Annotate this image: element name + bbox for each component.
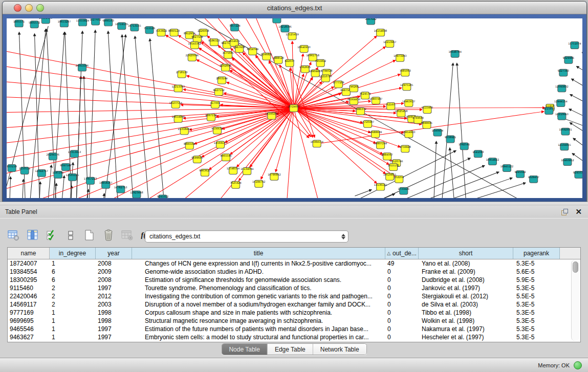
table-row[interactable]: 977716911998Corpus callosum shape and si… — [8, 309, 580, 317]
black-edge[interactable] — [62, 176, 64, 198]
black-edge[interactable] — [48, 165, 51, 198]
column-visibility-icon[interactable] — [26, 229, 39, 242]
black-edge[interactable] — [7, 26, 48, 186]
column-header-year[interactable]: year — [96, 248, 132, 259]
black-edge[interactable] — [434, 141, 437, 198]
black-edge[interactable] — [573, 138, 582, 150]
table-vertical-scrollbar[interactable] — [571, 260, 579, 341]
table-row[interactable]: 911546021997Tourette syndrome. Phenomeno… — [8, 284, 580, 292]
table-cell: 5.3E-5 — [513, 309, 560, 317]
column-header-short[interactable]: short — [419, 248, 513, 259]
table-cell: 2 — [50, 300, 96, 309]
node-label: 10807487 — [369, 97, 382, 100]
node-label: 7485063 — [400, 69, 411, 72]
black-edge[interactable] — [442, 63, 453, 198]
node-label: 3175685 — [222, 51, 233, 54]
close-panel-icon[interactable]: ✕ — [575, 208, 582, 215]
table-row[interactable]: 1938455462009Genome-wide association stu… — [8, 268, 580, 276]
table-row[interactable]: 1872400712008Changes of HCN gene express… — [8, 259, 580, 268]
red-edge[interactable] — [7, 108, 294, 143]
node-label: 9227343 — [558, 69, 569, 72]
network-node-teal[interactable] — [273, 18, 281, 23]
node-label: 12125419 — [286, 33, 298, 36]
table-row[interactable]: 1830029562008Estimation of significance … — [8, 276, 580, 284]
node-label: 16713155 — [128, 24, 141, 27]
red-edge[interactable] — [287, 108, 294, 199]
float-window-icon[interactable] — [561, 209, 568, 215]
zoom-window-icon[interactable] — [36, 4, 44, 12]
red-edge[interactable] — [7, 108, 294, 189]
black-edge[interactable] — [39, 182, 40, 198]
red-edge[interactable] — [148, 108, 294, 199]
node-label: 11033824 — [76, 19, 89, 22]
table-settings-icon[interactable] — [7, 229, 20, 242]
rows-icon[interactable] — [64, 229, 77, 242]
window-titlebar[interactable]: citations_edges.txt — [3, 2, 586, 14]
black-edge[interactable] — [23, 179, 24, 198]
column-header-in-degree[interactable]: in_degree — [50, 248, 96, 259]
black-edge[interactable] — [76, 76, 81, 198]
delete-rows-icon[interactable] — [102, 229, 115, 242]
panel-splitter[interactable]: ▴ — [0, 202, 588, 206]
column-header-out-degree[interactable]: △out_de... — [385, 248, 419, 259]
black-edge[interactable] — [570, 94, 582, 104]
row-selection-icon[interactable] — [45, 229, 58, 242]
table-row[interactable]: 946362711997Embryonic stem cells: a mode… — [8, 333, 580, 341]
black-edge[interactable] — [576, 66, 582, 74]
black-edge[interactable] — [569, 109, 582, 119]
black-edge[interactable] — [451, 178, 512, 198]
node-label: 8454749 — [247, 48, 258, 51]
tab-node-table[interactable]: Node Table — [222, 344, 268, 355]
column-header-name[interactable]: name — [8, 248, 50, 259]
scrollbar-thumb[interactable] — [573, 261, 578, 273]
network-canvas[interactable]: 1212541918640910169617587955812136261519… — [7, 18, 582, 198]
table-row[interactable]: 946554611997Estimation of the future num… — [8, 325, 580, 333]
red-edge[interactable] — [261, 108, 294, 180]
table-row[interactable]: 1456911722003Disruption of a novel membe… — [8, 300, 580, 309]
table-selector-value: citations_edges.txt — [149, 233, 339, 240]
black-edge[interactable] — [90, 30, 96, 198]
node-label: 16194742 — [252, 180, 265, 183]
close-window-icon[interactable] — [14, 4, 21, 12]
column-header-filler — [560, 248, 580, 259]
tab-edge-table[interactable]: Edge Table — [268, 344, 313, 355]
tab-network-table[interactable]: Network Table — [313, 344, 366, 355]
black-edge[interactable] — [65, 32, 72, 198]
black-edge[interactable] — [104, 193, 104, 198]
minimize-window-icon[interactable] — [25, 4, 33, 12]
red-edge[interactable] — [294, 108, 318, 199]
node-label: 9267110 — [205, 114, 216, 117]
black-edge[interactable] — [105, 35, 126, 198]
table-row[interactable]: 2242004622012Investigating the contribut… — [8, 292, 580, 300]
table-cell: Changes of HCN gene expression and I(f) … — [132, 259, 385, 268]
table-cell: Genome-wide association studies in ADHD. — [132, 268, 385, 276]
red-edge[interactable] — [294, 108, 404, 133]
red-edge[interactable] — [7, 108, 294, 158]
node-label: 12104955 — [558, 143, 571, 146]
node-label: 10973493 — [394, 54, 406, 57]
table-selector-dropdown[interactable]: citations_edges.txt — [145, 230, 349, 243]
memory-ok-indicator-icon[interactable] — [574, 361, 582, 369]
new-table-icon[interactable] — [83, 229, 96, 242]
node-label: 15720407 — [361, 120, 374, 123]
table-panel-header: Table Panel ✕ — [0, 206, 588, 218]
node-label: 2967608 — [233, 46, 245, 49]
table-row[interactable]: 969969511998Structural magnetic resonanc… — [8, 317, 580, 325]
red-edge[interactable] — [294, 108, 545, 108]
black-edge[interactable] — [122, 35, 133, 198]
black-edge[interactable] — [572, 79, 582, 90]
node-label: 10025458 — [395, 110, 407, 113]
column-header-title[interactable]: title — [132, 248, 385, 259]
black-edge[interactable] — [582, 52, 582, 59]
black-edge[interactable] — [457, 63, 466, 198]
table-cell: Estimation of the future numbers of pati… — [132, 325, 385, 333]
black-edge[interactable] — [474, 183, 526, 198]
network-graph[interactable]: 1212541918640910169617587955812136261519… — [7, 18, 582, 198]
sort-ascending-icon: △ — [387, 251, 390, 256]
red-edge[interactable] — [227, 82, 294, 108]
dropdown-stepper-icon — [339, 231, 348, 242]
node-label: 12213967 — [383, 40, 396, 43]
red-edge[interactable] — [7, 108, 294, 113]
column-header-pagerank[interactable]: pagerank — [513, 248, 560, 259]
black-edge[interactable] — [355, 190, 372, 196]
